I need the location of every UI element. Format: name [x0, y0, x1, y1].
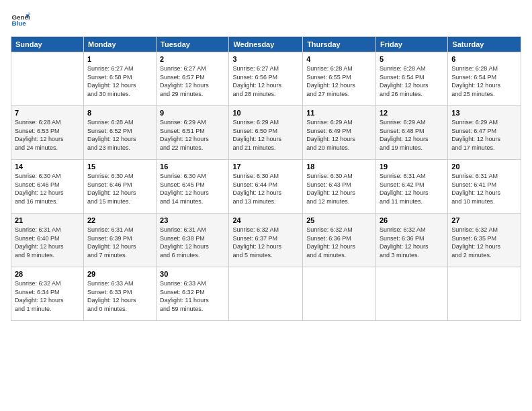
day-cell: 28Sunrise: 6:32 AM Sunset: 6:34 PM Dayli… — [11, 267, 84, 321]
day-info: Sunrise: 6:30 AM Sunset: 6:46 PM Dayligh… — [87, 172, 152, 205]
day-info: Sunrise: 6:29 AM Sunset: 6:51 PM Dayligh… — [160, 118, 225, 152]
day-cell — [229, 267, 303, 321]
day-cell: 14Sunrise: 6:30 AM Sunset: 6:46 PM Dayli… — [11, 160, 84, 214]
day-info: Sunrise: 6:31 AM Sunset: 6:42 PM Dayligh… — [380, 172, 444, 205]
day-number: 12 — [380, 109, 444, 117]
day-cell: 6Sunrise: 6:28 AM Sunset: 6:54 PM Daylig… — [448, 52, 521, 106]
day-cell: 17Sunrise: 6:30 AM Sunset: 6:44 PM Dayli… — [229, 160, 303, 214]
day-number: 14 — [15, 163, 80, 171]
day-cell: 26Sunrise: 6:32 AM Sunset: 6:36 PM Dayli… — [375, 214, 447, 267]
day-cell: 3Sunrise: 6:27 AM Sunset: 6:56 PM Daylig… — [229, 52, 303, 106]
day-number: 24 — [232, 216, 299, 224]
day-cell: 10Sunrise: 6:29 AM Sunset: 6:50 PM Dayli… — [229, 106, 303, 160]
day-number: 20 — [451, 163, 517, 171]
day-number: 22 — [87, 216, 152, 224]
day-cell — [303, 267, 376, 321]
day-number: 4 — [306, 55, 372, 63]
col-friday: Friday — [375, 37, 447, 52]
week-row-2: 7Sunrise: 6:28 AM Sunset: 6:53 PM Daylig… — [11, 106, 521, 160]
day-cell: 19Sunrise: 6:31 AM Sunset: 6:42 PM Dayli… — [375, 160, 447, 214]
day-cell — [11, 52, 84, 106]
col-saturday: Saturday — [448, 37, 521, 52]
day-cell: 5Sunrise: 6:28 AM Sunset: 6:54 PM Daylig… — [375, 52, 447, 106]
day-cell: 25Sunrise: 6:32 AM Sunset: 6:36 PM Dayli… — [303, 214, 376, 267]
day-info: Sunrise: 6:31 AM Sunset: 6:38 PM Dayligh… — [160, 226, 225, 259]
col-sunday: Sunday — [11, 37, 84, 52]
day-number: 26 — [380, 216, 444, 224]
header: General Blue — [11, 11, 521, 30]
day-info: Sunrise: 6:27 AM Sunset: 6:56 PM Dayligh… — [232, 64, 299, 98]
day-cell: 15Sunrise: 6:30 AM Sunset: 6:46 PM Dayli… — [83, 160, 156, 214]
day-info: Sunrise: 6:28 AM Sunset: 6:55 PM Dayligh… — [306, 64, 372, 98]
day-info: Sunrise: 6:32 AM Sunset: 6:36 PM Dayligh… — [306, 226, 372, 259]
day-info: Sunrise: 6:27 AM Sunset: 6:58 PM Dayligh… — [87, 64, 152, 98]
day-cell: 29Sunrise: 6:33 AM Sunset: 6:33 PM Dayli… — [83, 267, 156, 321]
day-info: Sunrise: 6:32 AM Sunset: 6:35 PM Dayligh… — [451, 226, 517, 259]
day-info: Sunrise: 6:33 AM Sunset: 6:33 PM Dayligh… — [87, 279, 152, 313]
day-cell: 27Sunrise: 6:32 AM Sunset: 6:35 PM Dayli… — [448, 214, 521, 267]
day-cell: 13Sunrise: 6:29 AM Sunset: 6:47 PM Dayli… — [448, 106, 521, 160]
col-tuesday: Tuesday — [157, 37, 229, 52]
day-number: 17 — [232, 163, 299, 171]
col-monday: Monday — [83, 37, 156, 52]
day-number: 16 — [160, 163, 225, 171]
day-number: 11 — [306, 109, 372, 117]
day-info: Sunrise: 6:31 AM Sunset: 6:40 PM Dayligh… — [15, 226, 80, 259]
day-number: 30 — [160, 270, 225, 278]
day-info: Sunrise: 6:32 AM Sunset: 6:34 PM Dayligh… — [15, 279, 80, 313]
day-cell: 11Sunrise: 6:29 AM Sunset: 6:49 PM Dayli… — [303, 106, 376, 160]
day-cell — [375, 267, 447, 321]
day-info: Sunrise: 6:29 AM Sunset: 6:47 PM Dayligh… — [451, 118, 517, 152]
day-number: 6 — [451, 55, 517, 63]
svg-text:Blue: Blue — [11, 19, 26, 27]
day-cell: 24Sunrise: 6:32 AM Sunset: 6:37 PM Dayli… — [229, 214, 303, 267]
day-cell: 12Sunrise: 6:29 AM Sunset: 6:48 PM Dayli… — [375, 106, 447, 160]
day-number: 8 — [87, 109, 152, 117]
day-info: Sunrise: 6:30 AM Sunset: 6:43 PM Dayligh… — [306, 172, 372, 205]
day-cell: 7Sunrise: 6:28 AM Sunset: 6:53 PM Daylig… — [11, 106, 84, 160]
calendar-table: SundayMondayTuesdayWednesdayThursdayFrid… — [11, 36, 521, 321]
day-number: 29 — [87, 270, 152, 278]
day-cell: 30Sunrise: 6:33 AM Sunset: 6:32 PM Dayli… — [157, 267, 229, 321]
col-wednesday: Wednesday — [229, 37, 303, 52]
col-thursday: Thursday — [303, 37, 376, 52]
day-info: Sunrise: 6:30 AM Sunset: 6:44 PM Dayligh… — [232, 172, 299, 205]
header-row: SundayMondayTuesdayWednesdayThursdayFrid… — [11, 37, 521, 52]
day-cell: 9Sunrise: 6:29 AM Sunset: 6:51 PM Daylig… — [157, 106, 229, 160]
day-cell: 1Sunrise: 6:27 AM Sunset: 6:58 PM Daylig… — [83, 52, 156, 106]
logo-icon: General Blue — [11, 11, 30, 30]
week-row-1: 1Sunrise: 6:27 AM Sunset: 6:58 PM Daylig… — [11, 52, 521, 106]
week-row-5: 28Sunrise: 6:32 AM Sunset: 6:34 PM Dayli… — [11, 267, 521, 321]
day-number: 28 — [15, 270, 80, 278]
day-number: 9 — [160, 109, 225, 117]
day-number: 19 — [380, 163, 444, 171]
day-info: Sunrise: 6:27 AM Sunset: 6:57 PM Dayligh… — [160, 64, 225, 98]
page: General Blue SundayMondayTuesdayWednesda… — [0, 0, 532, 411]
day-cell — [448, 267, 521, 321]
day-number: 7 — [15, 109, 80, 117]
day-info: Sunrise: 6:30 AM Sunset: 6:46 PM Dayligh… — [15, 172, 80, 205]
day-number: 15 — [87, 163, 152, 171]
day-info: Sunrise: 6:28 AM Sunset: 6:52 PM Dayligh… — [87, 118, 152, 152]
day-number: 18 — [306, 163, 372, 171]
day-number: 5 — [380, 55, 444, 63]
day-number: 1 — [87, 55, 152, 63]
day-number: 13 — [451, 109, 517, 117]
day-cell: 4Sunrise: 6:28 AM Sunset: 6:55 PM Daylig… — [303, 52, 376, 106]
logo: General Blue — [11, 11, 31, 30]
day-number: 25 — [306, 216, 372, 224]
day-number: 27 — [451, 216, 517, 224]
day-cell: 2Sunrise: 6:27 AM Sunset: 6:57 PM Daylig… — [157, 52, 229, 106]
day-info: Sunrise: 6:33 AM Sunset: 6:32 PM Dayligh… — [160, 279, 225, 313]
day-number: 23 — [160, 216, 225, 224]
day-info: Sunrise: 6:31 AM Sunset: 6:41 PM Dayligh… — [451, 172, 517, 205]
day-cell: 21Sunrise: 6:31 AM Sunset: 6:40 PM Dayli… — [11, 214, 84, 267]
day-number: 3 — [232, 55, 299, 63]
day-number: 21 — [15, 216, 80, 224]
day-info: Sunrise: 6:28 AM Sunset: 6:53 PM Dayligh… — [15, 118, 80, 152]
day-info: Sunrise: 6:28 AM Sunset: 6:54 PM Dayligh… — [380, 64, 444, 98]
day-info: Sunrise: 6:32 AM Sunset: 6:36 PM Dayligh… — [380, 226, 444, 259]
week-row-4: 21Sunrise: 6:31 AM Sunset: 6:40 PM Dayli… — [11, 214, 521, 267]
day-info: Sunrise: 6:28 AM Sunset: 6:54 PM Dayligh… — [451, 64, 517, 98]
day-info: Sunrise: 6:29 AM Sunset: 6:49 PM Dayligh… — [306, 118, 372, 152]
